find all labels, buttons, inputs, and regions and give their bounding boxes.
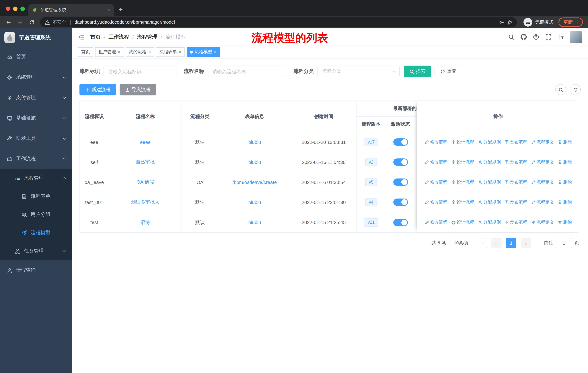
github-icon[interactable] <box>521 34 527 40</box>
sidebar-item-leave-query[interactable]: 请假查询 <box>0 260 72 281</box>
sidebar-item-task-management[interactable]: 任务管理 <box>0 242 72 260</box>
window-minimize-button[interactable] <box>13 7 18 11</box>
form-info-link[interactable]: /bpm/oa/leave/create <box>232 179 277 185</box>
form-info-link[interactable]: biubiu <box>248 159 261 165</box>
action-publish[interactable]: 发布流程 <box>504 179 527 185</box>
active-toggle[interactable] <box>393 159 408 166</box>
tag-process-model[interactable]: 流程模型× <box>187 47 220 57</box>
action-assign-rule[interactable]: 分配规则 <box>478 159 501 165</box>
toggle-search-button[interactable] <box>555 84 566 95</box>
refresh-table-button[interactable] <box>570 84 581 95</box>
action-publish[interactable]: 发布流程 <box>504 159 527 165</box>
tag-home[interactable]: 首页 <box>78 47 93 57</box>
process-name-link[interactable]: eeee <box>140 139 151 145</box>
sidebar-item-process-management[interactable]: 流程管理 <box>0 169 72 187</box>
active-toggle[interactable] <box>393 219 408 226</box>
reset-button[interactable]: 重置 <box>435 66 462 77</box>
address-bar[interactable]: 不安全 dashboard.yudao.iocoder.cn/bpm/manag… <box>40 17 517 27</box>
back-button[interactable] <box>4 18 13 27</box>
active-toggle[interactable] <box>393 179 408 186</box>
tag-process-form[interactable]: 流程表单× <box>156 47 185 57</box>
process-name-link[interactable]: 自己审批 <box>136 159 155 165</box>
action-assign-rule[interactable]: 分配规则 <box>478 199 501 205</box>
action-publish[interactable]: 发布流程 <box>504 199 527 205</box>
sidebar-item-system-management[interactable]: 系统管理 <box>0 67 72 87</box>
search-icon[interactable] <box>508 34 514 40</box>
action-definition[interactable]: 流程定义 <box>531 159 554 165</box>
bookmark-star-icon[interactable] <box>507 20 513 25</box>
font-size-icon[interactable] <box>558 34 564 40</box>
action-definition[interactable]: 流程定义 <box>531 219 554 225</box>
update-button[interactable]: 更新 <box>558 18 583 27</box>
process-name-link[interactable]: 滔博 <box>141 219 150 226</box>
sidebar-item-home[interactable]: 首页 <box>0 47 72 67</box>
action-edit[interactable]: 修改流程 <box>424 219 447 225</box>
form-info-link[interactable]: biubiu <box>248 139 261 145</box>
sidebar-item-process-form[interactable]: 流程表单 <box>0 187 72 205</box>
breadcrumb-item[interactable]: 首页 <box>90 34 101 40</box>
search-button[interactable]: 搜索 <box>404 66 431 77</box>
active-toggle[interactable] <box>393 138 408 146</box>
action-edit[interactable]: 修改流程 <box>424 179 447 185</box>
form-info-link[interactable]: biubiu <box>248 200 261 205</box>
action-definition[interactable]: 流程定义 <box>531 179 554 185</box>
reload-button[interactable] <box>27 18 36 27</box>
close-icon[interactable]: × <box>214 49 217 55</box>
goto-page-input[interactable] <box>556 238 572 248</box>
action-delete[interactable]: 删除 <box>557 159 572 165</box>
menu-dots-icon[interactable] <box>575 20 580 25</box>
action-delete[interactable]: 删除 <box>557 219 572 225</box>
action-definition[interactable]: 流程定义 <box>531 199 554 205</box>
action-design[interactable]: 设计流程 <box>451 219 474 225</box>
help-icon[interactable] <box>533 34 539 40</box>
process-name-link[interactable]: OA 请假 <box>136 179 154 185</box>
action-assign-rule[interactable]: 分配规则 <box>478 139 501 145</box>
action-edit[interactable]: 修改流程 <box>424 159 447 165</box>
sidebar-item-dev-tools[interactable]: 研发工具 <box>0 128 72 149</box>
sidebar-item-process-model[interactable]: 流程模型 <box>0 224 72 242</box>
action-design[interactable]: 设计流程 <box>451 179 474 185</box>
window-close-button[interactable] <box>6 7 10 11</box>
action-delete[interactable]: 删除 <box>557 179 572 185</box>
user-avatar[interactable] <box>570 31 582 43</box>
sidebar-item-workflow[interactable]: 工作流程 <box>0 149 72 169</box>
active-toggle[interactable] <box>393 199 408 206</box>
action-definition[interactable]: 流程定义 <box>531 139 554 145</box>
page-size-select[interactable]: 10条/页 <box>451 238 487 248</box>
breadcrumb-item[interactable]: 流程管理 <box>137 34 158 40</box>
process-category-select[interactable]: 流程分类 <box>317 66 399 77</box>
forward-button[interactable] <box>15 18 25 27</box>
tab-close-icon[interactable]: × <box>107 7 110 13</box>
action-delete[interactable]: 删除 <box>557 139 572 145</box>
sidebar-item-user-group[interactable]: 用户分组 <box>0 205 72 224</box>
sidebar-logo[interactable]: 芋道管理系统 <box>0 28 72 47</box>
action-publish[interactable]: 发布流程 <box>504 139 527 145</box>
close-icon[interactable]: × <box>148 49 151 55</box>
action-design[interactable]: 设计流程 <box>451 159 474 165</box>
action-delete[interactable]: 删除 <box>557 199 572 205</box>
tag-my-process[interactable]: 我的流程× <box>126 47 154 57</box>
create-process-button[interactable]: 新建流程 <box>79 84 116 95</box>
import-process-button[interactable]: 导入流程 <box>120 84 156 95</box>
close-icon[interactable]: × <box>118 49 120 55</box>
sidebar-item-payment-management[interactable]: 支付管理 <box>0 87 72 108</box>
breadcrumb-item[interactable]: 工作流程 <box>109 34 129 40</box>
action-publish[interactable]: 发布流程 <box>504 219 527 225</box>
key-icon[interactable] <box>499 20 504 25</box>
action-design[interactable]: 设计流程 <box>451 139 474 145</box>
process-name-input[interactable] <box>208 66 286 77</box>
window-zoom-button[interactable] <box>21 7 25 11</box>
tag-tenant-management[interactable]: 租户管理× <box>95 47 124 57</box>
process-name-link[interactable]: 测试多审批人 <box>131 199 159 205</box>
action-design[interactable]: 设计流程 <box>451 199 474 205</box>
browser-tab[interactable]: 芋道管理系统 × <box>28 4 114 16</box>
process-key-input[interactable] <box>104 66 177 77</box>
prev-page-button[interactable] <box>491 238 502 248</box>
page-number-button[interactable]: 1 <box>506 238 516 248</box>
fullscreen-icon[interactable] <box>545 34 552 40</box>
action-assign-rule[interactable]: 分配规则 <box>478 179 501 185</box>
action-edit[interactable]: 修改流程 <box>424 139 447 145</box>
security-label[interactable]: 不安全 <box>52 19 66 25</box>
action-assign-rule[interactable]: 分配规则 <box>478 219 501 225</box>
hamburger-icon[interactable] <box>78 34 84 40</box>
